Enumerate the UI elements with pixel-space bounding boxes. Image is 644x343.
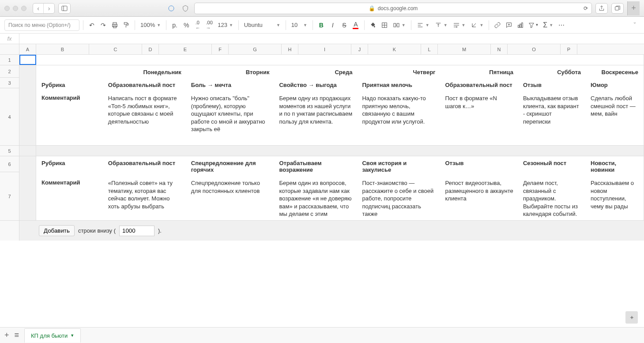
font-size-select[interactable]: 10▼	[290, 19, 309, 31]
col-header-F[interactable]: F	[212, 44, 229, 54]
minimize-window[interactable]	[13, 6, 18, 11]
increase-decimal-button[interactable]: .00→	[204, 19, 214, 31]
col-header-B[interactable]: B	[36, 44, 89, 54]
row-header-2[interactable]: 2	[0, 65, 19, 78]
comment-cell[interactable]: Берем одну из продающих моментов из наше…	[275, 92, 357, 136]
shield-icon[interactable]	[180, 4, 191, 13]
comment-button[interactable]	[504, 19, 514, 31]
rubric-cell[interactable]: Спецпредложение для горячих	[187, 157, 274, 176]
col-header-A[interactable]: A	[19, 44, 36, 54]
forward-button[interactable]: ›	[44, 4, 54, 13]
sheet-tab-menu[interactable]: ▼	[70, 333, 74, 338]
functions-button[interactable]: Σ▼	[541, 19, 555, 31]
rubric-cell[interactable]: Своя история и закулисье	[358, 157, 440, 176]
col-header-K[interactable]: K	[368, 44, 421, 54]
col-header-C[interactable]: C	[89, 44, 142, 54]
comment-cell[interactable]: Спецпредложение только для постоянных кл…	[187, 177, 274, 220]
cell-A1[interactable]	[19, 55, 36, 65]
rubric-cell[interactable]: Отзыв	[519, 79, 585, 91]
merge-button[interactable]: ▼	[391, 19, 407, 31]
halign-button[interactable]: ▼	[415, 19, 431, 31]
comment-cell[interactable]: Делаем пост, связанный с праздником. Выб…	[519, 177, 585, 220]
comment-cell[interactable]: Надо показать какую-то приятную мелочь, …	[358, 92, 440, 136]
col-header-L[interactable]: L	[421, 44, 438, 54]
rubric-cell[interactable]: Образовательный пост	[441, 79, 518, 91]
col-header-H[interactable]: H	[282, 44, 298, 54]
more-button[interactable]: ⋯	[557, 19, 566, 31]
col-header-D[interactable]: D	[142, 44, 159, 54]
paint-format-button[interactable]	[121, 19, 131, 31]
rubric-cell[interactable]: Отрабатываем возражение	[275, 157, 357, 176]
row-header-4[interactable]: 4	[0, 88, 19, 146]
col-header-P[interactable]: P	[561, 44, 577, 54]
comment-cell[interactable]: Пост в формате «N шагов к…»	[441, 92, 518, 136]
rubric-cell[interactable]: Сезонный пост	[519, 157, 585, 176]
borders-button[interactable]	[380, 19, 389, 31]
col-header-G[interactable]: G	[229, 44, 282, 54]
address-bar[interactable]: 🔒 docs.google.com ⟳	[194, 3, 592, 14]
close-window[interactable]	[4, 6, 10, 11]
reload-icon[interactable]: ⟳	[584, 5, 588, 11]
maximize-window[interactable]	[21, 6, 26, 11]
rubric-cell[interactable]: Отзыв	[441, 157, 518, 176]
fill-color-button[interactable]	[368, 19, 378, 31]
bold-button[interactable]: B	[316, 19, 326, 31]
font-select[interactable]: Ubuntu▼	[242, 19, 282, 31]
zoom-select[interactable]: 100%▼	[139, 19, 162, 31]
col-header-E[interactable]: E	[159, 44, 212, 54]
percent-button[interactable]: %	[181, 19, 191, 31]
privacy-icon[interactable]	[166, 4, 177, 13]
text-color-button[interactable]: A	[351, 19, 361, 31]
cell[interactable]	[36, 55, 644, 65]
collapse-panel-button[interactable]: ˇ	[630, 19, 640, 31]
add-sheet-button[interactable]: +	[4, 331, 9, 340]
comment-cell[interactable]: Пост-знакомство — расскажите о себе и св…	[358, 177, 440, 220]
comment-cell[interactable]: Берем один из вопросов, которые задавали…	[275, 177, 357, 220]
rubric-cell[interactable]: Образовательный пост	[104, 157, 186, 176]
redo-button[interactable]: ↷	[98, 19, 108, 31]
filter-button[interactable]: ▼	[527, 19, 539, 31]
italic-button[interactable]: I	[328, 19, 338, 31]
new-tab-button[interactable]: +	[627, 1, 640, 15]
rubric-cell[interactable]: Образовательный пост	[104, 79, 186, 91]
formula-input[interactable]	[19, 34, 644, 44]
col-header-J[interactable]: J	[351, 44, 368, 54]
number-format-select[interactable]: 123▼	[216, 19, 235, 31]
print-button[interactable]	[110, 19, 120, 31]
rubric-cell[interactable]: Новости, новинки	[586, 157, 643, 176]
spreadsheet-grid[interactable]: ABCDEFGHIJKLMNOP 1234567 ПонедельникВтор…	[0, 44, 644, 327]
cells-area[interactable]: ПонедельникВторникСредаЧетвергПятницаСуб…	[19, 55, 644, 241]
strike-button[interactable]: S	[339, 19, 349, 31]
rubric-cell[interactable]: Юмор	[586, 79, 643, 91]
explore-button[interactable]: ✦	[625, 311, 638, 324]
select-all-corner[interactable]	[0, 44, 19, 54]
rubric-cell[interactable]: Свойство → выгода	[275, 79, 357, 91]
sidebar-toggle[interactable]	[58, 3, 71, 14]
col-header-I[interactable]: I	[298, 44, 351, 54]
col-header-M[interactable]: M	[438, 44, 491, 54]
col-header-N[interactable]: N	[491, 44, 508, 54]
valign-button[interactable]: ▼	[433, 19, 449, 31]
sheet-tab-active[interactable]: КП для бьюти ▼	[24, 328, 81, 343]
rubric-cell[interactable]: Приятная мелочь	[358, 79, 440, 91]
all-sheets-button[interactable]: ≡	[15, 331, 19, 340]
link-button[interactable]	[493, 19, 502, 31]
decrease-decimal-button[interactable]: .0←	[193, 19, 203, 31]
comment-cell[interactable]: Написать пост в формате «Топ-5 любимых к…	[104, 92, 186, 136]
menu-search[interactable]: Поиск по меню (Option+/)	[4, 19, 79, 31]
rubric-cell[interactable]: Боль → мечта	[187, 79, 274, 91]
wrap-button[interactable]: ▼	[451, 19, 467, 31]
comment-cell[interactable]: Сделать любой смешной пост — мем, вайн	[586, 92, 643, 136]
back-button[interactable]: ‹	[33, 4, 44, 13]
rotate-button[interactable]: ▼	[469, 19, 485, 31]
undo-button[interactable]: ↶	[87, 19, 97, 31]
currency-button[interactable]: р.	[170, 19, 180, 31]
row-header-1[interactable]: 1	[0, 55, 19, 65]
add-rows-button[interactable]: Добавить	[39, 225, 75, 236]
row-header-3[interactable]: 3	[0, 78, 19, 88]
chart-button[interactable]	[516, 19, 525, 31]
row-header-6[interactable]: 6	[0, 156, 19, 172]
row-header-7[interactable]: 7	[0, 172, 19, 221]
comment-cell[interactable]: Нужно описать "боль" (проблему), которую…	[187, 92, 274, 136]
add-rows-input[interactable]	[119, 226, 154, 236]
